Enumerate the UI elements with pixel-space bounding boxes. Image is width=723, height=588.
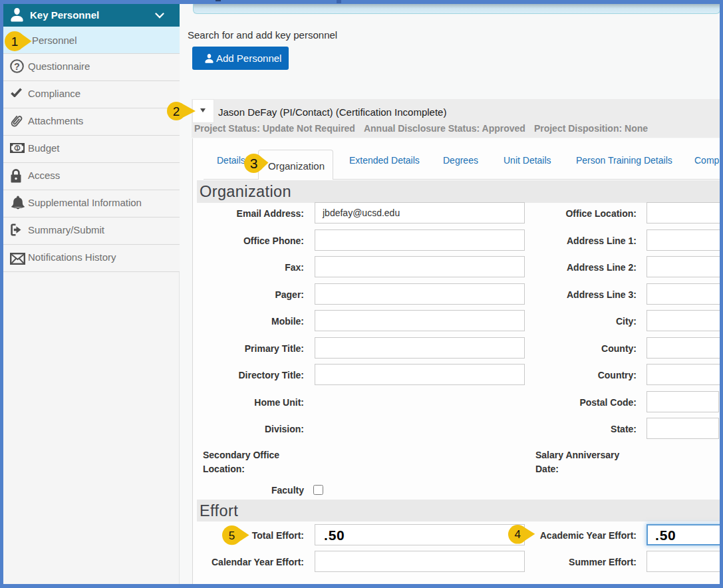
svg-text:?: ? [14,61,20,72]
svg-text:1: 1 [11,35,18,49]
svg-text:4: 4 [514,528,520,541]
svg-text:3: 3 [249,155,257,170]
svg-text:1: 1 [15,145,18,151]
svg-text:2: 2 [173,104,180,118]
svg-text:5: 5 [229,529,235,542]
